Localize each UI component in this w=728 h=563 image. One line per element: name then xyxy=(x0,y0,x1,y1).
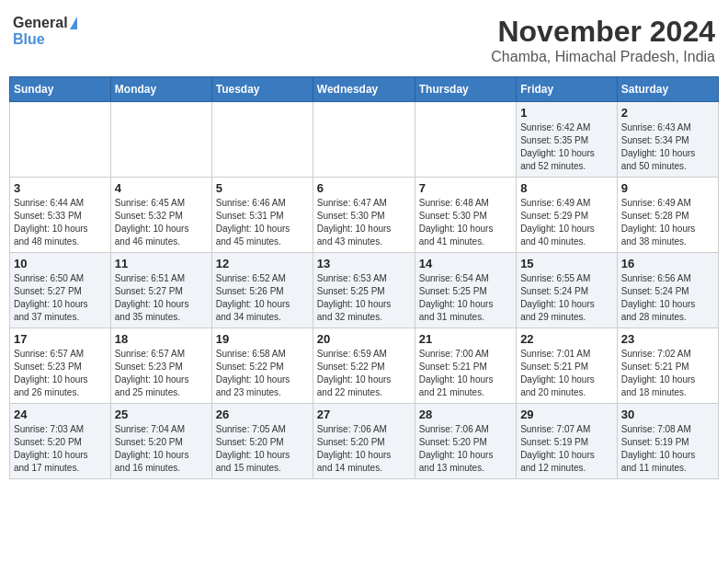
title-block: November 2024 Chamba, Himachal Pradesh, … xyxy=(491,15,715,65)
day-info: Sunrise: 6:48 AM Sunset: 5:30 PM Dayligh… xyxy=(419,197,512,248)
calendar-cell xyxy=(415,102,516,178)
day-info: Sunrise: 6:57 AM Sunset: 5:23 PM Dayligh… xyxy=(14,348,107,399)
logo-triangle-icon xyxy=(70,17,77,29)
day-number: 7 xyxy=(419,181,512,195)
day-info: Sunrise: 7:03 AM Sunset: 5:20 PM Dayligh… xyxy=(14,423,107,475)
day-info: Sunrise: 6:49 AM Sunset: 5:29 PM Dayligh… xyxy=(520,197,613,248)
day-number: 28 xyxy=(419,408,512,421)
day-number: 26 xyxy=(216,408,309,421)
logo-blue-text: Blue xyxy=(13,31,45,47)
weekday-header-row: SundayMondayTuesdayWednesdayThursdayFrid… xyxy=(10,77,719,102)
day-info: Sunrise: 6:52 AM Sunset: 5:26 PM Dayligh… xyxy=(216,272,309,324)
calendar-cell: 6Sunrise: 6:47 AM Sunset: 5:30 PM Daylig… xyxy=(313,178,415,253)
logo-general-text: General xyxy=(13,15,68,31)
day-number: 27 xyxy=(317,408,411,421)
weekday-header-saturday: Saturday xyxy=(617,77,718,102)
calendar-cell: 8Sunrise: 6:49 AM Sunset: 5:29 PM Daylig… xyxy=(517,178,618,253)
calendar-cell: 23Sunrise: 7:02 AM Sunset: 5:21 PM Dayli… xyxy=(617,328,718,404)
calendar-cell: 20Sunrise: 6:59 AM Sunset: 5:22 PM Dayli… xyxy=(313,328,415,404)
calendar-cell: 19Sunrise: 6:58 AM Sunset: 5:22 PM Dayli… xyxy=(211,328,313,404)
calendar-cell: 28Sunrise: 7:06 AM Sunset: 5:20 PM Dayli… xyxy=(415,404,516,479)
day-number: 13 xyxy=(317,257,411,270)
calendar-cell: 13Sunrise: 6:53 AM Sunset: 5:25 PM Dayli… xyxy=(313,253,415,328)
calendar-cell: 10Sunrise: 6:50 AM Sunset: 5:27 PM Dayli… xyxy=(10,253,111,328)
calendar-cell: 30Sunrise: 7:08 AM Sunset: 5:19 PM Dayli… xyxy=(617,404,718,479)
calendar-cell: 5Sunrise: 6:46 AM Sunset: 5:31 PM Daylig… xyxy=(211,178,313,253)
day-number: 21 xyxy=(419,332,512,346)
weekday-header-wednesday: Wednesday xyxy=(313,77,415,102)
location-title: Chamba, Himachal Pradesh, India xyxy=(491,49,715,65)
day-number: 30 xyxy=(621,408,714,421)
day-info: Sunrise: 6:49 AM Sunset: 5:28 PM Dayligh… xyxy=(621,197,714,248)
weekday-header-friday: Friday xyxy=(517,77,618,102)
calendar-cell: 16Sunrise: 6:56 AM Sunset: 5:24 PM Dayli… xyxy=(617,253,718,328)
week-row-5: 24Sunrise: 7:03 AM Sunset: 5:20 PM Dayli… xyxy=(10,404,719,479)
day-info: Sunrise: 6:59 AM Sunset: 5:22 PM Dayligh… xyxy=(317,348,411,399)
day-info: Sunrise: 7:07 AM Sunset: 5:19 PM Dayligh… xyxy=(520,423,613,475)
day-number: 6 xyxy=(317,181,411,195)
calendar-cell xyxy=(110,102,211,178)
day-info: Sunrise: 7:08 AM Sunset: 5:19 PM Dayligh… xyxy=(621,423,714,475)
week-row-3: 10Sunrise: 6:50 AM Sunset: 5:27 PM Dayli… xyxy=(10,253,719,328)
day-info: Sunrise: 6:54 AM Sunset: 5:25 PM Dayligh… xyxy=(419,272,512,324)
day-number: 5 xyxy=(216,181,309,195)
day-info: Sunrise: 7:06 AM Sunset: 5:20 PM Dayligh… xyxy=(317,423,411,475)
day-number: 29 xyxy=(520,408,613,421)
day-number: 16 xyxy=(621,257,714,270)
day-info: Sunrise: 6:43 AM Sunset: 5:34 PM Dayligh… xyxy=(621,121,714,173)
calendar-cell xyxy=(10,102,111,178)
day-number: 8 xyxy=(520,181,613,195)
day-info: Sunrise: 6:55 AM Sunset: 5:24 PM Dayligh… xyxy=(520,272,613,324)
day-number: 1 xyxy=(520,106,613,120)
day-number: 9 xyxy=(621,181,714,195)
day-info: Sunrise: 6:42 AM Sunset: 5:35 PM Dayligh… xyxy=(520,121,613,173)
day-number: 24 xyxy=(14,408,107,421)
calendar-cell: 14Sunrise: 6:54 AM Sunset: 5:25 PM Dayli… xyxy=(415,253,516,328)
day-info: Sunrise: 6:53 AM Sunset: 5:25 PM Dayligh… xyxy=(317,272,411,324)
day-info: Sunrise: 6:56 AM Sunset: 5:24 PM Dayligh… xyxy=(621,272,714,324)
day-info: Sunrise: 6:44 AM Sunset: 5:33 PM Dayligh… xyxy=(14,197,107,248)
day-info: Sunrise: 7:02 AM Sunset: 5:21 PM Dayligh… xyxy=(621,348,714,399)
calendar-cell: 3Sunrise: 6:44 AM Sunset: 5:33 PM Daylig… xyxy=(10,178,111,253)
day-number: 14 xyxy=(419,257,512,270)
calendar-cell: 27Sunrise: 7:06 AM Sunset: 5:20 PM Dayli… xyxy=(313,404,415,479)
day-info: Sunrise: 7:01 AM Sunset: 5:21 PM Dayligh… xyxy=(520,348,613,399)
calendar-cell: 7Sunrise: 6:48 AM Sunset: 5:30 PM Daylig… xyxy=(415,178,516,253)
day-number: 4 xyxy=(115,181,208,195)
weekday-header-tuesday: Tuesday xyxy=(211,77,313,102)
day-info: Sunrise: 6:50 AM Sunset: 5:27 PM Dayligh… xyxy=(14,272,107,324)
day-number: 22 xyxy=(520,332,613,346)
day-info: Sunrise: 7:06 AM Sunset: 5:20 PM Dayligh… xyxy=(419,423,512,475)
day-number: 11 xyxy=(115,257,208,270)
day-info: Sunrise: 6:57 AM Sunset: 5:23 PM Dayligh… xyxy=(115,348,208,399)
calendar-cell: 15Sunrise: 6:55 AM Sunset: 5:24 PM Dayli… xyxy=(517,253,618,328)
calendar-cell: 22Sunrise: 7:01 AM Sunset: 5:21 PM Dayli… xyxy=(517,328,618,404)
week-row-4: 17Sunrise: 6:57 AM Sunset: 5:23 PM Dayli… xyxy=(10,328,719,404)
day-info: Sunrise: 6:45 AM Sunset: 5:32 PM Dayligh… xyxy=(115,197,208,248)
calendar-cell: 1Sunrise: 6:42 AM Sunset: 5:35 PM Daylig… xyxy=(517,102,618,178)
day-info: Sunrise: 6:51 AM Sunset: 5:27 PM Dayligh… xyxy=(115,272,208,324)
day-number: 20 xyxy=(317,332,411,346)
day-info: Sunrise: 7:00 AM Sunset: 5:21 PM Dayligh… xyxy=(419,348,512,399)
calendar-cell xyxy=(313,102,415,178)
calendar-cell: 21Sunrise: 7:00 AM Sunset: 5:21 PM Dayli… xyxy=(415,328,516,404)
calendar-cell: 4Sunrise: 6:45 AM Sunset: 5:32 PM Daylig… xyxy=(110,178,211,253)
calendar-cell: 24Sunrise: 7:03 AM Sunset: 5:20 PM Dayli… xyxy=(10,404,111,479)
calendar-cell: 11Sunrise: 6:51 AM Sunset: 5:27 PM Dayli… xyxy=(110,253,211,328)
day-number: 18 xyxy=(115,332,208,346)
day-number: 23 xyxy=(621,332,714,346)
day-number: 2 xyxy=(621,106,714,120)
month-title: November 2024 xyxy=(491,15,715,49)
week-row-2: 3Sunrise: 6:44 AM Sunset: 5:33 PM Daylig… xyxy=(10,178,719,253)
day-number: 3 xyxy=(14,181,107,195)
page-header: General Blue November 2024 Chamba, Himac… xyxy=(9,9,719,71)
day-number: 17 xyxy=(14,332,107,346)
calendar-cell: 9Sunrise: 6:49 AM Sunset: 5:28 PM Daylig… xyxy=(617,178,718,253)
calendar-cell: 18Sunrise: 6:57 AM Sunset: 5:23 PM Dayli… xyxy=(110,328,211,404)
day-info: Sunrise: 7:05 AM Sunset: 5:20 PM Dayligh… xyxy=(216,423,309,475)
calendar-cell xyxy=(211,102,313,178)
day-number: 10 xyxy=(14,257,107,270)
day-info: Sunrise: 6:46 AM Sunset: 5:31 PM Dayligh… xyxy=(216,197,309,248)
weekday-header-monday: Monday xyxy=(110,77,211,102)
day-info: Sunrise: 6:58 AM Sunset: 5:22 PM Dayligh… xyxy=(216,348,309,399)
